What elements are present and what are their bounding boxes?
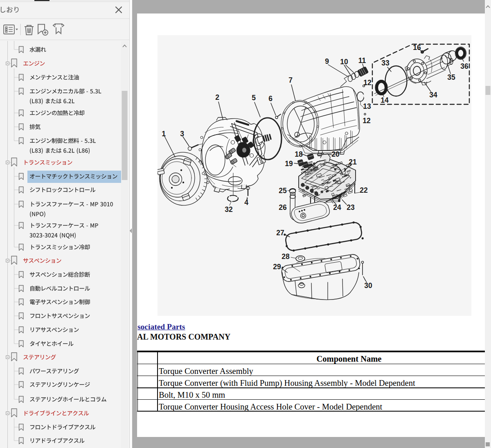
svg-text:32: 32 <box>225 205 233 214</box>
svg-text:29: 29 <box>273 263 281 271</box>
svg-text:2: 2 <box>215 93 219 101</box>
svg-text:26: 26 <box>279 203 287 212</box>
svg-text:5: 5 <box>252 94 256 102</box>
svg-text:27: 27 <box>276 229 284 237</box>
svg-text:35: 35 <box>447 73 455 81</box>
svg-text:6: 6 <box>268 95 273 103</box>
svg-text:34: 34 <box>429 91 437 99</box>
svg-text:18: 18 <box>295 150 303 158</box>
svg-text:7: 7 <box>288 76 293 84</box>
svg-text:14: 14 <box>381 96 389 104</box>
svg-text:30: 30 <box>364 281 372 290</box>
svg-text:3: 3 <box>180 130 184 138</box>
svg-text:1: 1 <box>162 130 166 138</box>
svg-text:36: 36 <box>460 62 468 70</box>
svg-text:13: 13 <box>363 102 371 110</box>
svg-text:25: 25 <box>279 187 287 195</box>
svg-text:21: 21 <box>349 158 357 166</box>
svg-text:24: 24 <box>333 203 341 212</box>
svg-text:28: 28 <box>282 252 290 261</box>
svg-text:12: 12 <box>363 117 371 125</box>
svg-text:4: 4 <box>244 198 248 207</box>
svg-text:9: 9 <box>325 57 329 65</box>
svg-text:33: 33 <box>381 59 390 67</box>
svg-text:12: 12 <box>363 79 372 87</box>
svg-text:20: 20 <box>331 150 340 158</box>
svg-text:11: 11 <box>358 56 366 65</box>
svg-text:19: 19 <box>285 160 293 168</box>
svg-text:23: 23 <box>347 203 355 212</box>
svg-text:22: 22 <box>360 186 368 194</box>
svg-text:10: 10 <box>340 58 348 66</box>
svg-text:16: 16 <box>413 43 421 52</box>
